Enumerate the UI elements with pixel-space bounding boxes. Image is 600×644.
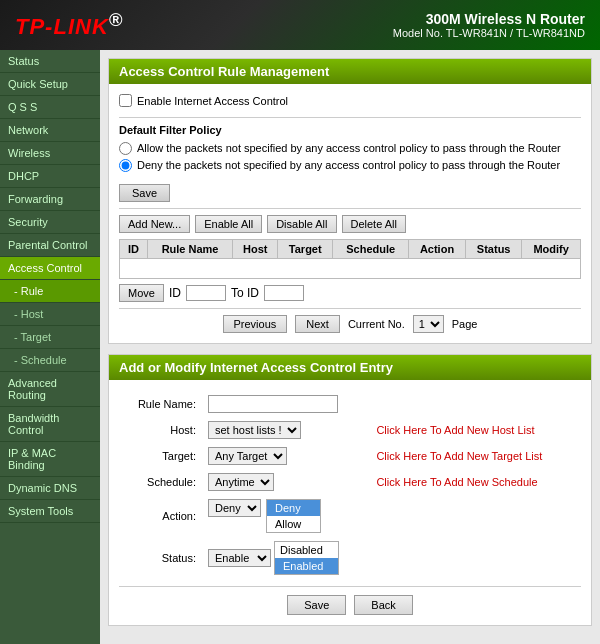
host-link-cell: Click Here To Add New Host List [371, 418, 579, 442]
main-layout: Status Quick Setup Q S S Network Wireles… [0, 50, 600, 644]
sidebar-item-access-control[interactable]: Access Control [0, 257, 100, 280]
target-row: Target: Any Target Click Here To Add New… [121, 444, 579, 468]
col-status: Status [466, 240, 522, 259]
add-new-button[interactable]: Add New... [119, 215, 190, 233]
status-enabled-option[interactable]: Enabled [275, 558, 338, 574]
enable-all-button[interactable]: Enable All [195, 215, 262, 233]
policy-deny-radio[interactable] [119, 159, 132, 172]
status-select[interactable]: Enable Disable [208, 549, 271, 567]
status-area: Enable Disable Disabled Enabled [208, 541, 364, 575]
schedule-link[interactable]: Click Here To Add New Schedule [376, 476, 537, 488]
empty-table-row [120, 259, 581, 279]
schedule-link-cell: Click Here To Add New Schedule [371, 470, 579, 494]
add-modify-body: Rule Name: Host: set host lists ! [109, 380, 591, 625]
target-select[interactable]: Any Target [208, 447, 287, 465]
sidebar-item-network[interactable]: Network [0, 119, 100, 142]
to-id-label: To ID [231, 286, 259, 300]
disable-all-button[interactable]: Disable All [267, 215, 336, 233]
access-control-header: Access Control Rule Management [109, 59, 591, 84]
current-no-label: Current No. [348, 318, 405, 330]
form-back-button[interactable]: Back [354, 595, 412, 615]
host-cell: set host lists ! [203, 418, 369, 442]
move-id-input[interactable] [186, 285, 226, 301]
sidebar-item-rule[interactable]: - Rule [0, 280, 100, 303]
schedule-row: Schedule: Anytime Click Here To Add New … [121, 470, 579, 494]
sidebar-item-system-tools[interactable]: System Tools [0, 500, 100, 523]
form-save-button[interactable]: Save [287, 595, 346, 615]
enable-label: Enable Internet Access Control [137, 95, 288, 107]
sidebar-item-ddns[interactable]: Dynamic DNS [0, 477, 100, 500]
add-modify-section: Add or Modify Internet Access Control En… [108, 354, 592, 626]
sidebar-item-dhcp[interactable]: DHCP [0, 165, 100, 188]
target-label: Target: [121, 444, 201, 468]
sidebar-item-parental[interactable]: Parental Control [0, 234, 100, 257]
page-label: Page [452, 318, 478, 330]
sidebar-item-host[interactable]: - Host [0, 303, 100, 326]
sidebar-item-schedule[interactable]: - Schedule [0, 349, 100, 372]
sidebar-item-forwarding[interactable]: Forwarding [0, 188, 100, 211]
next-button[interactable]: Next [295, 315, 340, 333]
action-dropdown: Deny Allow [266, 499, 321, 533]
rule-name-row: Rule Name: [121, 392, 579, 416]
schedule-cell: Anytime [203, 470, 369, 494]
policy-allow-row: Allow the packets not specified by any a… [119, 142, 581, 155]
host-select[interactable]: set host lists ! [208, 421, 301, 439]
sidebar-item-quicksetup[interactable]: Quick Setup [0, 73, 100, 96]
model-sub: Model No. TL-WR841N / TL-WR841ND [393, 27, 585, 39]
status-label: Status: [121, 538, 201, 578]
col-target: Target [278, 240, 333, 259]
id-label: ID [169, 286, 181, 300]
host-row: Host: set host lists ! Click Here To Add… [121, 418, 579, 442]
sidebar-item-security[interactable]: Security [0, 211, 100, 234]
rule-name-input[interactable] [208, 395, 338, 413]
sidebar-item-target[interactable]: - Target [0, 326, 100, 349]
sidebar-item-ip-mac[interactable]: IP & MAC Binding [0, 442, 100, 477]
sidebar: Status Quick Setup Q S S Network Wireles… [0, 50, 100, 644]
action-deny-option[interactable]: Deny [267, 500, 320, 516]
sidebar-item-status[interactable]: Status [0, 50, 100, 73]
policy-deny-label: Deny the packets not specified by any ac… [137, 159, 560, 171]
col-schedule: Schedule [333, 240, 409, 259]
access-control-body: Enable Internet Access Control Default F… [109, 84, 591, 343]
model-info: 300M Wireless N Router Model No. TL-WR84… [393, 11, 585, 39]
policy-save-button[interactable]: Save [119, 184, 170, 202]
sidebar-item-bandwidth[interactable]: Bandwidth Control [0, 407, 100, 442]
form-table: Rule Name: Host: set host lists ! [119, 390, 581, 580]
sidebar-item-qss[interactable]: Q S S [0, 96, 100, 119]
delete-all-button[interactable]: Delete All [342, 215, 406, 233]
action-area: Deny Allow Deny Allow [208, 499, 364, 533]
policy-allow-radio[interactable] [119, 142, 132, 155]
action-allow-option[interactable]: Allow [267, 516, 320, 532]
action-label: Action: [121, 496, 201, 536]
prev-button[interactable]: Previous [223, 315, 288, 333]
host-link[interactable]: Click Here To Add New Host List [376, 424, 534, 436]
policy-deny-row: Deny the packets not specified by any ac… [119, 159, 581, 172]
status-dropdown: Disabled Enabled [274, 541, 339, 575]
status-row: Status: Enable Disable Disabled [121, 538, 579, 578]
add-modify-header: Add or Modify Internet Access Control En… [109, 355, 591, 380]
enable-row: Enable Internet Access Control [119, 94, 581, 107]
page-select[interactable]: 1 [413, 315, 444, 333]
status-disabled-option[interactable]: Disabled [275, 542, 338, 558]
policy-title: Default Filter Policy [119, 124, 581, 136]
pagination: Previous Next Current No. 1 Page [119, 315, 581, 333]
schedule-select[interactable]: Anytime [208, 473, 274, 491]
status-cell: Enable Disable Disabled Enabled [203, 538, 369, 578]
page-header: TP-LINK® 300M Wireless N Router Model No… [0, 0, 600, 50]
enable-checkbox[interactable] [119, 94, 132, 107]
target-link[interactable]: Click Here To Add New Target List [376, 450, 542, 462]
divider3 [119, 308, 581, 309]
action-select[interactable]: Deny Allow [208, 499, 261, 517]
sidebar-item-advanced-routing[interactable]: Advanced Routing [0, 372, 100, 407]
move-to-id-input[interactable] [264, 285, 304, 301]
access-control-section: Access Control Rule Management Enable In… [108, 58, 592, 344]
policy-section: Default Filter Policy Allow the packets … [119, 124, 581, 202]
sidebar-item-wireless[interactable]: Wireless [0, 142, 100, 165]
host-label: Host: [121, 418, 201, 442]
move-button[interactable]: Move [119, 284, 164, 302]
col-modify: Modify [522, 240, 581, 259]
col-host: Host [233, 240, 278, 259]
target-cell: Any Target [203, 444, 369, 468]
rule-name-label: Rule Name: [121, 392, 201, 416]
brand-logo: TP-LINK® [15, 9, 123, 40]
